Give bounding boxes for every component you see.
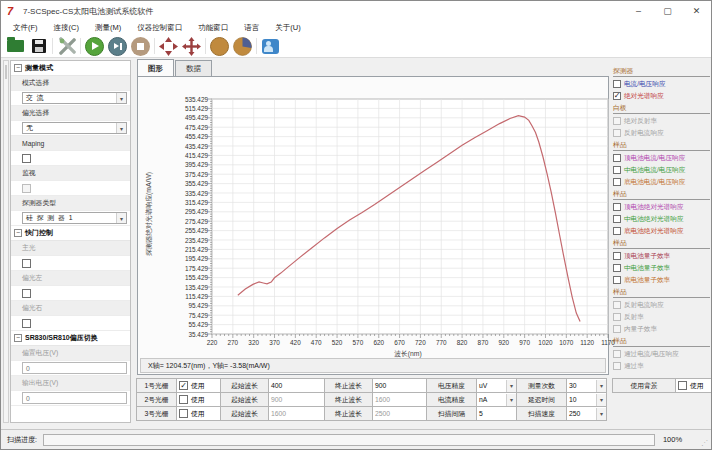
section-header-2[interactable]: −SR830/SR810偏压切换 xyxy=(11,331,130,346)
param2-select[interactable]: 250▾ xyxy=(566,406,607,421)
param1-select[interactable]: uV▾ xyxy=(476,378,517,393)
curve-checkbox[interactable] xyxy=(613,92,621,100)
curve-checkbox[interactable] xyxy=(613,166,621,174)
menu-item-language[interactable]: 语言 xyxy=(236,21,267,35)
curve-checkbox[interactable] xyxy=(613,203,621,211)
view-tabs: 图形 数据 xyxy=(137,59,213,77)
dropdown-无[interactable]: 无▾ xyxy=(22,122,127,134)
curve-checkbox[interactable] xyxy=(613,252,621,260)
chevron-down-icon[interactable]: ▾ xyxy=(506,380,516,392)
curve-checkbox[interactable] xyxy=(613,227,621,235)
y-tick-label: 55.429 xyxy=(150,321,208,328)
y-tick-label: 475.429 xyxy=(150,124,208,131)
x-tick-label: 920 xyxy=(498,339,509,346)
x-tick-label: 470 xyxy=(311,339,322,346)
property-row xyxy=(11,151,130,166)
curve-checkbox[interactable] xyxy=(613,215,621,223)
move-arrows-icon[interactable] xyxy=(181,36,202,56)
center-arrows-icon[interactable] xyxy=(158,36,179,56)
voltage-input[interactable]: 0 xyxy=(22,392,127,404)
collapse-icon[interactable]: − xyxy=(14,229,22,237)
dropdown-硅 探 测 器 1[interactable]: 硅 探 测 器 1▾ xyxy=(22,212,127,224)
curve-label: 电流/电压响应 xyxy=(624,80,665,89)
chevron-down-icon[interactable]: ▾ xyxy=(596,408,606,420)
menu-item-function-window[interactable]: 功能窗口 xyxy=(190,21,236,35)
use-checkbox[interactable] xyxy=(179,409,188,418)
dropdown-交 流[interactable]: 交 流▾ xyxy=(22,92,127,104)
collapse-icon[interactable]: − xyxy=(14,334,22,342)
end-wavelength-input[interactable]: 900 xyxy=(372,378,427,393)
menu-item-about[interactable]: 关于(U) xyxy=(267,21,308,35)
curve-checkbox[interactable] xyxy=(613,178,621,186)
chevron-down-icon[interactable]: ▾ xyxy=(596,394,606,406)
property-label: 模式选择 xyxy=(11,76,130,91)
curve-checkbox xyxy=(613,325,621,333)
curve-checkbox[interactable] xyxy=(613,264,621,272)
grating-use-cell[interactable]: 使用 xyxy=(176,392,221,407)
end-wavelength-label: 终止波长 xyxy=(324,378,373,393)
checkbox[interactable] xyxy=(22,289,31,298)
chevron-down-icon[interactable]: ▾ xyxy=(596,380,606,392)
panel-splitter[interactable] xyxy=(3,60,9,423)
chevron-down-icon[interactable]: ▾ xyxy=(506,394,516,406)
menu-item-measure[interactable]: 测量(M) xyxy=(87,21,129,35)
curve-checkbox[interactable] xyxy=(613,276,621,284)
stop-icon[interactable] xyxy=(130,36,151,56)
section-header-1[interactable]: −快门控制 xyxy=(11,226,130,241)
section-header-0[interactable]: −测量模式 xyxy=(11,61,130,76)
menu-item-instrument-window[interactable]: 仪器控制窗口 xyxy=(129,21,190,35)
param2-select[interactable]: 10▾ xyxy=(566,392,607,407)
param2-select[interactable]: 30▾ xyxy=(566,378,607,393)
x-tick-label: 970 xyxy=(519,339,530,346)
collapse-icon[interactable]: − xyxy=(14,64,22,72)
background-use-checkbox[interactable] xyxy=(678,381,687,390)
use-checkbox[interactable] xyxy=(179,381,188,390)
end-wavelength-label: 终止波长 xyxy=(324,406,373,421)
chevron-down-icon[interactable]: ▾ xyxy=(116,93,126,103)
x-tick-label: 820 xyxy=(457,339,468,346)
checkbox[interactable] xyxy=(22,319,31,328)
user-icon[interactable] xyxy=(260,36,281,56)
tools-icon[interactable] xyxy=(56,36,77,56)
tab-data[interactable]: 数据 xyxy=(175,60,212,77)
menu-item-connect[interactable]: 连接(C) xyxy=(46,21,87,35)
param1-input[interactable]: 5 xyxy=(476,406,517,421)
curve-checkbox[interactable] xyxy=(613,80,621,88)
chart-plot-area[interactable] xyxy=(212,99,608,334)
checkbox[interactable] xyxy=(22,154,31,163)
end-wavelength-input: 2500 xyxy=(372,406,427,421)
close-button[interactable]: ✕ xyxy=(682,1,711,21)
maximize-button[interactable]: ▢ xyxy=(653,1,682,21)
menu-item-file[interactable]: 文件(F) xyxy=(5,21,46,35)
resize-grip[interactable]: ⋰ xyxy=(701,441,709,449)
minimize-button[interactable]: – xyxy=(624,1,653,21)
scan-progress-bar xyxy=(43,434,655,446)
curve-label: 绝对光谱响应 xyxy=(624,92,664,101)
legend-group-header: 探测器 xyxy=(613,65,710,77)
pie-chart-icon[interactable] xyxy=(232,36,253,56)
filled-circle-icon[interactable] xyxy=(209,36,230,56)
step-run-icon[interactable] xyxy=(107,36,128,56)
grating-use-cell[interactable]: 使用 xyxy=(176,406,221,421)
x-tick-label: 1120 xyxy=(580,339,594,346)
use-checkbox[interactable] xyxy=(179,395,188,404)
property-label: 偏光选择 xyxy=(11,106,130,121)
chevron-down-icon[interactable]: ▾ xyxy=(116,123,126,133)
voltage-input[interactable]: 0 xyxy=(22,362,127,374)
checkbox[interactable] xyxy=(22,259,31,268)
tab-graph[interactable]: 图形 xyxy=(137,59,174,77)
app-icon: 7 xyxy=(7,6,18,17)
background-use-cell[interactable]: 使用 xyxy=(675,378,712,393)
x-tick-label: 320 xyxy=(248,339,259,346)
x-tick-label: 1020 xyxy=(538,339,552,346)
start-wavelength-input[interactable]: 400 xyxy=(268,378,325,393)
param2-label: 测量次数 xyxy=(516,378,567,393)
save-icon[interactable] xyxy=(28,36,49,56)
open-folder-icon[interactable] xyxy=(5,36,26,56)
grating-use-cell[interactable]: 使用 xyxy=(176,378,221,393)
curve-checkbox[interactable] xyxy=(613,154,621,162)
use-label: 使用 xyxy=(191,381,205,391)
run-icon[interactable] xyxy=(84,36,105,56)
chevron-down-icon[interactable]: ▾ xyxy=(116,213,126,223)
param1-select[interactable]: nA▾ xyxy=(476,392,517,407)
